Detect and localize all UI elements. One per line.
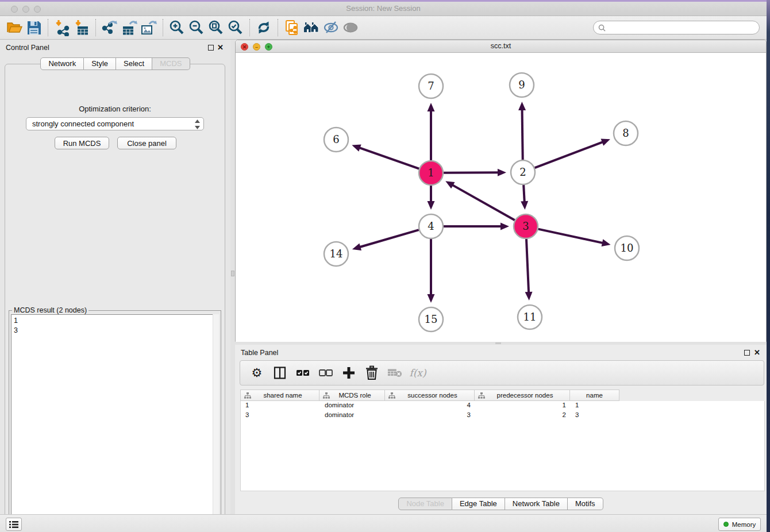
run-mcds-button[interactable]: Run MCDS — [55, 137, 109, 149]
main-toolbar — [0, 16, 767, 40]
graph-node-label: 2 — [519, 166, 526, 178]
cell-name[interactable]: 1 — [571, 401, 620, 411]
zoom-in-icon[interactable] — [167, 18, 187, 37]
optimization-criterion-label: Optimization criterion: — [5, 105, 225, 113]
tab-select[interactable]: Select — [116, 57, 152, 70]
vertical-splitter[interactable] — [230, 40, 235, 514]
column-header-name[interactable]: name — [570, 390, 619, 401]
dropdown-stepper-icon — [195, 119, 200, 129]
gear-icon[interactable]: ⚙ — [249, 365, 264, 380]
float-panel-icon[interactable] — [208, 45, 214, 51]
memory-label: Memory — [732, 521, 756, 528]
graph-edge-2-8[interactable] — [535, 142, 603, 168]
table-panel-title: Table Panel — [241, 349, 278, 357]
graph-edge-arrowhead — [428, 201, 435, 210]
table-panel-header: Table Panel ✕ — [235, 345, 767, 361]
column-header-successor-nodes[interactable]: successor nodes — [385, 390, 475, 401]
close-panel-icon[interactable]: ✕ — [754, 348, 760, 357]
network-canvas[interactable]: 7968124314101511 — [236, 53, 766, 342]
node-table: shared name MCDS role successor nodes pr… — [240, 390, 765, 491]
graph-edge-4-14[interactable] — [359, 230, 419, 247]
hide-selected-icon[interactable] — [321, 18, 341, 37]
graph-edge-arrowhead — [498, 169, 506, 176]
show-all-networks-icon[interactable] — [302, 18, 321, 37]
result-scrollbar[interactable] — [213, 314, 219, 526]
show-selected-icon[interactable] — [341, 18, 360, 37]
columns-icon[interactable] — [272, 365, 287, 380]
tab-network[interactable]: Network — [40, 57, 84, 70]
network-window-titlebar: ✕ – + scc.txt — [236, 40, 766, 53]
import-network-icon[interactable] — [52, 18, 72, 37]
graph-edge-3-1[interactable] — [452, 185, 515, 221]
graph-node-label: 1 — [428, 167, 434, 179]
column-header-predecessor-nodes[interactable]: predecessor nodes — [475, 390, 570, 401]
refresh-view-icon[interactable] — [254, 18, 274, 37]
select-all-icon[interactable] — [295, 365, 310, 380]
splitter-grip[interactable] — [231, 271, 234, 276]
export-network-icon[interactable] — [100, 18, 120, 37]
column-header-mcds-role[interactable]: MCDS role — [319, 390, 385, 401]
zoom-fit-icon[interactable] — [206, 18, 226, 37]
attribute-icon — [388, 392, 395, 399]
mcds-result-group: MCDS result (2 nodes) 1 3 — [9, 310, 221, 529]
window-title: Session: New Session — [0, 4, 767, 13]
log-console-button[interactable] — [6, 518, 22, 531]
export-image-icon[interactable] — [139, 18, 159, 37]
network-graph[interactable]: 7968124314101511 — [236, 53, 766, 342]
import-table-icon[interactable] — [72, 18, 91, 37]
mcds-result-text[interactable]: 1 3 — [11, 314, 219, 526]
tab-edge-table[interactable]: Edge Table — [452, 498, 505, 510]
tab-motifs[interactable]: Motifs — [568, 498, 603, 510]
tab-node-table[interactable]: Node Table — [398, 498, 452, 510]
export-table-icon[interactable] — [120, 18, 139, 37]
tab-mcds[interactable]: MCDS — [152, 57, 190, 70]
control-panel-header: Control Panel ✕ — [0, 40, 230, 56]
graph-node-label: 7 — [428, 80, 434, 92]
table-row[interactable]: 1 dominator 4 1 1 — [241, 401, 764, 411]
search-input[interactable] — [606, 24, 759, 32]
toolbar-separator — [163, 19, 163, 36]
graph-edge-3-11[interactable] — [526, 239, 529, 293]
cell-successor-nodes[interactable]: 3 — [386, 411, 475, 421]
graph-edge-1-2[interactable] — [444, 172, 499, 173]
cell-mcds-role[interactable]: dominator — [320, 401, 386, 411]
graph-edge-3-10[interactable] — [538, 229, 603, 243]
status-bar: Memory — [0, 514, 767, 532]
graph-node-label: 11 — [523, 311, 537, 323]
tab-network-table[interactable]: Network Table — [505, 498, 568, 510]
deselect-all-icon[interactable] — [318, 365, 333, 380]
graph-node-label: 4 — [428, 220, 434, 232]
graph-edge-2-3[interactable] — [523, 185, 525, 202]
table-row[interactable]: 3 dominator 3 2 3 — [241, 411, 764, 421]
mcds-tab-content: Optimization criterion: strongly connect… — [5, 64, 225, 530]
zoom-selected-icon[interactable] — [226, 18, 245, 37]
cell-successor-nodes[interactable]: 4 — [386, 401, 475, 411]
criterion-dropdown[interactable]: strongly connected component — [26, 117, 204, 130]
open-file-icon[interactable] — [5, 18, 24, 37]
cell-shared-name[interactable]: 1 — [241, 401, 320, 411]
delete-icon[interactable] — [364, 365, 379, 380]
cell-name[interactable]: 3 — [571, 411, 620, 421]
duplicate-network-icon[interactable] — [282, 18, 302, 37]
column-header-shared-name[interactable]: shared name — [240, 390, 319, 401]
float-panel-icon[interactable] — [744, 350, 750, 356]
close-panel-button[interactable]: Close panel — [117, 137, 176, 149]
tab-style[interactable]: Style — [84, 57, 116, 70]
close-panel-icon[interactable]: ✕ — [217, 43, 224, 52]
cell-predecessor-nodes[interactable]: 1 — [475, 401, 571, 411]
toolbar-separator — [249, 19, 250, 36]
search-box — [593, 21, 760, 34]
criterion-value: strongly connected component — [32, 119, 134, 128]
graph-edge-2-9[interactable] — [522, 109, 523, 160]
graph-edge-1-6[interactable] — [359, 148, 419, 169]
cell-mcds-role[interactable]: dominator — [320, 411, 386, 421]
cell-shared-name[interactable]: 3 — [241, 411, 320, 421]
memory-button[interactable]: Memory — [718, 518, 761, 531]
add-icon[interactable] — [341, 365, 356, 380]
delete-table-icon[interactable] — [387, 365, 402, 380]
splitter-grip[interactable] — [495, 342, 501, 344]
zoom-out-icon[interactable] — [187, 18, 206, 37]
save-session-icon[interactable] — [24, 18, 44, 37]
cell-predecessor-nodes[interactable]: 2 — [475, 411, 571, 421]
control-panel-tabs: Network Style Select MCDS — [0, 57, 230, 70]
